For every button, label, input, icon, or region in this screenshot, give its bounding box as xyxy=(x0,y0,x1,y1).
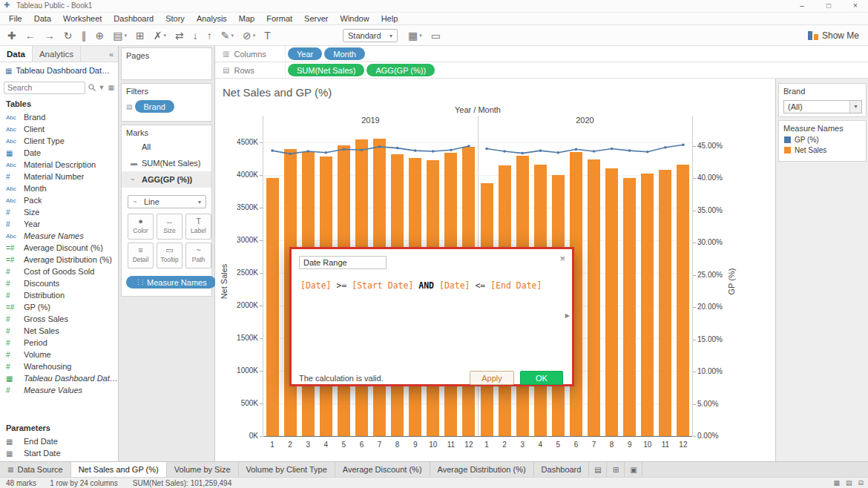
marks-detail-button[interactable]: ≡Detail xyxy=(128,243,154,268)
collapse-pane-icon[interactable]: « xyxy=(80,46,118,62)
pill-brand[interactable]: Brand xyxy=(135,100,174,113)
pill-sum-net-sales[interactable]: SUM(Net Sales) xyxy=(288,64,364,76)
new-worksheet-button[interactable]: ▤ xyxy=(589,462,607,477)
replay-icon[interactable]: ↻ xyxy=(64,30,73,42)
swap-rows-columns-icon[interactable]: ⇄ xyxy=(175,30,184,42)
close-button[interactable]: × xyxy=(843,0,868,13)
field-brand[interactable]: AbcBrand xyxy=(0,111,118,123)
ok-button[interactable]: OK xyxy=(520,371,563,385)
tab-average-discount[interactable]: Average Discount (%) xyxy=(335,462,430,477)
presentation-mode-icon[interactable]: ▭ xyxy=(431,30,441,42)
marks-color-button[interactable]: ●Color xyxy=(128,214,154,240)
expander-icon[interactable]: ▶ xyxy=(565,312,570,319)
field-discounts[interactable]: #Discounts xyxy=(0,277,118,289)
data-source-item[interactable]: ▦ Tableau Dashboard Data ... xyxy=(0,63,118,78)
formula-editor[interactable]: [Date] >= [Start Date] AND [Date] <= [En… xyxy=(300,280,542,291)
menu-story[interactable]: Story xyxy=(160,13,191,24)
field-average-distribution[interactable]: =#Average Distribution (%) xyxy=(0,254,118,266)
pill-measure-names[interactable]: ⋮⋮Measure Names xyxy=(126,276,216,288)
field-end-date[interactable]: ▦End Date xyxy=(0,435,118,447)
field-distribution[interactable]: #Distribution xyxy=(0,289,118,301)
legend-item-gp[interactable]: GP (%) xyxy=(779,134,866,145)
sort-descending-icon[interactable]: ↑ xyxy=(207,30,212,42)
calculation-name-input[interactable] xyxy=(299,256,387,269)
marks-item-sum-net-sales[interactable]: ▬SUM(Net Sales) xyxy=(122,155,211,171)
tab-data-source[interactable]: ▦Data Source xyxy=(0,462,71,477)
tab-average-distribution[interactable]: Average Distribution (%) xyxy=(430,462,534,477)
tab-volume-by-size[interactable]: Volume by Size xyxy=(167,462,239,477)
minimize-button[interactable]: – xyxy=(789,0,815,13)
tab-analytics[interactable]: Analytics xyxy=(32,46,80,62)
menu-server[interactable]: Server xyxy=(298,13,334,24)
menu-data[interactable]: Data xyxy=(28,13,57,24)
menu-format[interactable]: Format xyxy=(260,13,298,24)
new-story-button[interactable]: ▣ xyxy=(625,462,642,477)
marks-label-button[interactable]: TLabel xyxy=(185,214,211,240)
sort-ascending-icon[interactable]: ↓ xyxy=(193,30,198,42)
field-average-discount[interactable]: =#Average Discount (%) xyxy=(0,242,118,254)
field-date[interactable]: ▦Date xyxy=(0,147,118,159)
search-input[interactable] xyxy=(4,82,85,94)
show-hide-cards-icon[interactable]: ▦▾ xyxy=(408,30,422,42)
marks-tooltip-button[interactable]: ▭Tooltip xyxy=(157,243,183,268)
marks-path-button[interactable]: ~Path xyxy=(185,243,211,268)
group-members-icon[interactable]: ⊘▾ xyxy=(243,30,255,42)
pause-updates-icon[interactable]: ∥ xyxy=(81,30,86,42)
show-mark-labels-icon[interactable]: T xyxy=(264,30,271,42)
tab-volume-by-client-type[interactable]: Volume by Client Type xyxy=(239,462,335,477)
field-start-date[interactable]: ▦Start Date xyxy=(0,447,118,459)
field-client[interactable]: AbcClient xyxy=(0,123,118,135)
forward-icon[interactable]: → xyxy=(45,30,55,42)
field-gp[interactable]: =#GP (%) xyxy=(0,301,118,313)
menu-dashboard[interactable]: Dashboard xyxy=(108,13,160,24)
pill-agg-gp[interactable]: AGG(GP (%)) xyxy=(366,64,435,76)
show-sheet-sorter-icon[interactable]: ⊟ xyxy=(858,479,864,487)
pill-year[interactable]: Year xyxy=(288,47,322,60)
back-icon[interactable]: ← xyxy=(25,30,36,42)
legend-item-net-sales[interactable]: Net Sales xyxy=(779,145,866,155)
menu-window[interactable]: Window xyxy=(335,13,375,24)
field-gross-sales[interactable]: #Gross Sales xyxy=(0,313,118,325)
field-period[interactable]: #Period xyxy=(0,337,118,349)
field-material-description[interactable]: AbcMaterial Description xyxy=(0,159,118,171)
field-volume[interactable]: #Volume xyxy=(0,349,118,360)
field-measure-names[interactable]: AbcMeasure Names xyxy=(0,230,118,242)
new-data-source-icon[interactable]: ⊕ xyxy=(95,30,104,42)
brand-filter-dropdown[interactable]: (All) ▾ xyxy=(783,100,862,113)
show-me-button[interactable]: Show Me xyxy=(808,28,859,43)
menu-help[interactable]: Help xyxy=(375,13,404,24)
close-icon[interactable]: × xyxy=(559,253,565,264)
menu-file[interactable]: File xyxy=(3,13,28,24)
marks-item-all[interactable]: All xyxy=(122,139,211,155)
chevron-down-icon[interactable]: ▾ xyxy=(849,101,861,113)
new-worksheet-icon[interactable]: ▤▾ xyxy=(113,30,127,42)
mark-type-dropdown[interactable]: ~ Line ▾ xyxy=(128,195,206,208)
tab-net-sales-and-gp[interactable]: Net Sales and GP (%) xyxy=(71,462,167,477)
menu-worksheet[interactable]: Worksheet xyxy=(57,13,108,24)
field-pack[interactable]: AbcPack xyxy=(0,194,118,206)
maximize-button[interactable]: □ xyxy=(816,0,841,13)
show-tabs-icon[interactable]: ▦ xyxy=(833,479,840,487)
menu-analysis[interactable]: Analysis xyxy=(191,13,233,24)
fit-selector[interactable]: Standard ▾ xyxy=(343,29,398,42)
field-net-sales[interactable]: #Net Sales xyxy=(0,325,118,337)
apply-button[interactable]: Apply xyxy=(470,371,514,385)
field-month[interactable]: AbcMonth xyxy=(0,182,118,194)
field-tableau-dashboard-data-s[interactable]: ▦Tableau Dashboard Data S... xyxy=(0,372,118,384)
tab-dashboard[interactable]: Dashboard xyxy=(534,462,590,477)
view-options-icon[interactable]: ▦ xyxy=(108,84,114,91)
field-material-number[interactable]: #Material Number xyxy=(0,171,118,182)
filter-fields-icon[interactable]: ▼ xyxy=(99,84,105,91)
duplicate-sheet-icon[interactable]: ⊞ xyxy=(136,30,145,42)
field-measure-values[interactable]: #Measure Values xyxy=(0,384,118,396)
clear-sheet-icon[interactable]: ✗▾ xyxy=(154,30,166,42)
field-warehousing[interactable]: #Warehousing xyxy=(0,360,118,372)
pill-month[interactable]: Month xyxy=(324,47,365,60)
highlight-icon[interactable]: ✎▾ xyxy=(221,30,234,42)
field-cost-of-goods-sold[interactable]: #Cost of Goods Sold xyxy=(0,266,118,277)
marks-item-agg-gp[interactable]: ~AGG(GP (%)) xyxy=(122,171,211,188)
field-client-type[interactable]: AbcClient Type xyxy=(0,135,118,147)
show-filmstrip-icon[interactable]: ▤ xyxy=(846,479,852,487)
tableau-logo-icon[interactable]: ✚ xyxy=(7,30,16,42)
tab-data[interactable]: Data xyxy=(0,46,32,62)
